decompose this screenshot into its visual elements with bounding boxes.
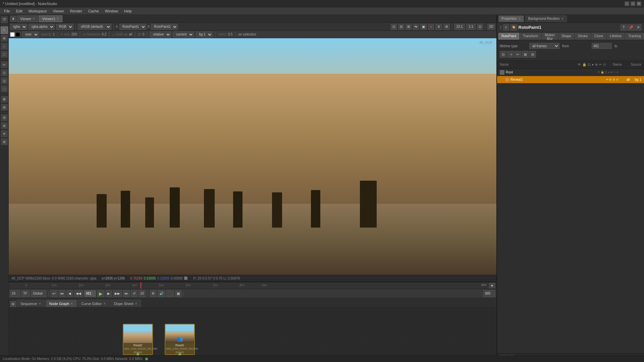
tool-extra[interactable]: ✦ — [1, 130, 8, 137]
tl-play-settings[interactable]: ⚙ — [150, 290, 156, 297]
ptab-lifetime[interactable]: Lifetime — [607, 33, 625, 40]
viewer-icon-btn[interactable]: 🖥 — [10, 16, 16, 22]
global-ctrl[interactable]: Global — [31, 290, 46, 297]
tab-curve-close[interactable]: ✕ — [103, 302, 106, 305]
tl-back-10[interactable]: ◀◀ — [74, 290, 83, 297]
close-btn[interactable]: ✕ — [637, 1, 641, 6]
tl-play[interactable]: ▶ — [97, 290, 104, 297]
lt-icon-3[interactable]: ⊢ — [515, 51, 521, 58]
menu-workspace[interactable]: Workspace — [26, 8, 50, 14]
bg-select[interactable]: bg 1 — [196, 32, 213, 38]
node-close-btn[interactable]: ✕ — [635, 24, 641, 31]
tool-rect[interactable]: □ — [1, 51, 8, 58]
tl-marker[interactable]: ⬛ — [166, 290, 174, 297]
viewer-btn-ab[interactable]: ⊟ — [398, 24, 404, 30]
colorspace-select[interactable]: RGB — [56, 24, 73, 30]
menu-edit[interactable]: Edit — [13, 8, 25, 14]
viewer-btn-flip[interactable]: ⇆ — [413, 24, 419, 30]
menu-window[interactable]: Window — [102, 8, 121, 14]
viewer-tab-viewer[interactable]: Viewer ✕ — [17, 15, 38, 22]
tl-fwd-frame[interactable]: ▶ — [106, 290, 112, 297]
props-tab-bg-renders[interactable]: Background Renders ✕ — [525, 15, 567, 22]
tl-goto-end[interactable]: ⏭ — [123, 290, 130, 297]
menu-render[interactable]: Render — [67, 8, 85, 14]
tab-sequence[interactable]: Sequence ✕ — [17, 300, 45, 307]
viewer-tab1-close[interactable]: ✕ — [57, 17, 59, 20]
tool-settings[interactable]: ⚙ — [1, 114, 8, 121]
tf-ctrl[interactable]: TF — [21, 290, 30, 297]
tab-curve-editor[interactable]: Curve Editor ✕ — [77, 300, 109, 307]
node-icon2[interactable]: 🎨 — [511, 24, 517, 31]
node-a-select[interactable]: RotoPaint1 — [119, 24, 146, 30]
viewer-btn-lut[interactable]: ▣ — [420, 24, 427, 30]
layer-row-root[interactable]: Root 👁 🔒 ⊡ ● ⊕ ✏ ⊙ — [497, 69, 644, 76]
brush-mode-select[interactable]: over — [22, 32, 39, 38]
viewer-btn-pause[interactable]: ⏸ — [435, 24, 442, 30]
frame-select[interactable]: current — [173, 32, 194, 38]
menu-cache[interactable]: Cache — [86, 8, 102, 14]
lt-icon-2[interactable]: ⊣ — [507, 51, 514, 58]
tl-fwd-10[interactable]: ▶▶ — [113, 290, 122, 297]
projection-btn[interactable]: 2D — [487, 24, 495, 30]
window-controls[interactable]: ─ □ ✕ — [625, 1, 641, 6]
current-frame[interactable]: 481 — [84, 290, 96, 297]
node-icon[interactable]: ⊙ — [503, 24, 509, 31]
menu-file[interactable]: File — [1, 8, 13, 14]
bg-renders-close[interactable]: ✕ — [561, 17, 564, 20]
props-tab-close[interactable]: ✕ — [518, 17, 521, 20]
viewer-btn-guide[interactable]: ● — [428, 24, 434, 30]
tool-ellipse[interactable]: ○ — [1, 43, 8, 50]
node-pin-btn[interactable]: 📌 — [627, 24, 635, 31]
viewer-btn-settings[interactable]: ⚙ — [443, 24, 450, 30]
lt-icon-4[interactable]: ⊠ — [522, 51, 529, 58]
tool-reveal[interactable]: ◎ — [1, 77, 8, 84]
ptab-motion-blur[interactable]: Motion Blur — [542, 33, 558, 40]
tl-back-frame[interactable]: ◀ — [67, 290, 73, 297]
timeline-playhead[interactable] — [141, 282, 141, 289]
tl-loop[interactable]: ↺ — [131, 290, 137, 297]
node-read2[interactable]: Read2 A021_C024_032415_C02_R3D (linear) — [123, 324, 153, 355]
tl-audio[interactable]: 🔊 — [158, 290, 165, 297]
tool-transform[interactable]: ⊞ — [1, 104, 8, 111]
tool-move[interactable]: ✥ — [1, 96, 8, 103]
viewer-btn-roi[interactable]: ⊡ — [391, 24, 397, 30]
tool-bezier[interactable]: ⊕ — [1, 35, 8, 42]
ptab-transform[interactable]: Transform — [520, 33, 541, 40]
tl-step[interactable]: 10 — [139, 290, 146, 297]
node-b-select[interactable]: RotoPaint1 — [151, 24, 178, 30]
ptab-shape[interactable]: Shape — [558, 33, 574, 40]
props-tab-properties[interactable]: Properties ✕ — [498, 15, 524, 22]
lt-icon-5[interactable]: ⊟ — [529, 51, 536, 58]
tool-clone[interactable]: ⊙ — [1, 69, 8, 76]
node-help-btn[interactable]: ? — [621, 24, 627, 31]
minimize-btn[interactable]: ─ — [625, 1, 629, 6]
tab-node-graph[interactable]: Node Graph ✕ — [46, 300, 77, 307]
colorspace2-select[interactable]: sRGB (default) — [78, 24, 111, 30]
tl-goto-start[interactable]: ⏮ — [59, 290, 65, 297]
lifetime-from-input[interactable]: 481 — [592, 43, 612, 49]
node-read1[interactable]: Read1 A021_C024_032415_001.R3D (linear) — [165, 324, 195, 355]
node-graph[interactable]: Read2 A021_C024_032415_C02_R3D (linear) … — [9, 307, 496, 362]
channel2-select[interactable]: rgba.alpha — [29, 24, 55, 30]
brush-color-swatch[interactable] — [10, 32, 15, 37]
tool-select[interactable]: ↖ — [1, 26, 8, 34]
lifetime-type-select[interactable]: all frames — [529, 43, 559, 49]
tab-dope-sheet[interactable]: Dope Sheet ✕ — [110, 300, 141, 307]
tl-reset[interactable]: ↩ — [51, 290, 57, 297]
ptab-clone[interactable]: Clone — [591, 33, 606, 40]
viewer-btn-fit[interactable]: ⊡ — [477, 24, 483, 30]
maximize-btn[interactable]: □ — [631, 1, 635, 6]
menu-viewer[interactable]: Viewer — [50, 8, 67, 14]
tool-tracker[interactable]: ⊕ — [1, 138, 8, 145]
tool-paint[interactable]: ✏ — [1, 61, 8, 68]
blend-select[interactable]: relative — [150, 32, 171, 38]
viewer-tab-viewer1[interactable]: Viewer1 ✕ — [39, 15, 62, 22]
tl-cache[interactable]: ▦ — [175, 290, 181, 297]
tab-sequence-close[interactable]: ✕ — [39, 302, 41, 305]
fps-ctrl[interactable]: 24 — [10, 290, 20, 297]
ptab-tracking[interactable]: Tracking — [625, 33, 644, 40]
menu-help[interactable]: Help — [121, 8, 135, 14]
tool-icon-top[interactable]: 🎬 — [1, 16, 8, 23]
end-frame[interactable]: 885 — [483, 290, 495, 297]
layer-row-reveal1[interactable]: Reveal1 ✏ ⊡ 🔒 ⊙ all bg 1 — [497, 76, 644, 83]
